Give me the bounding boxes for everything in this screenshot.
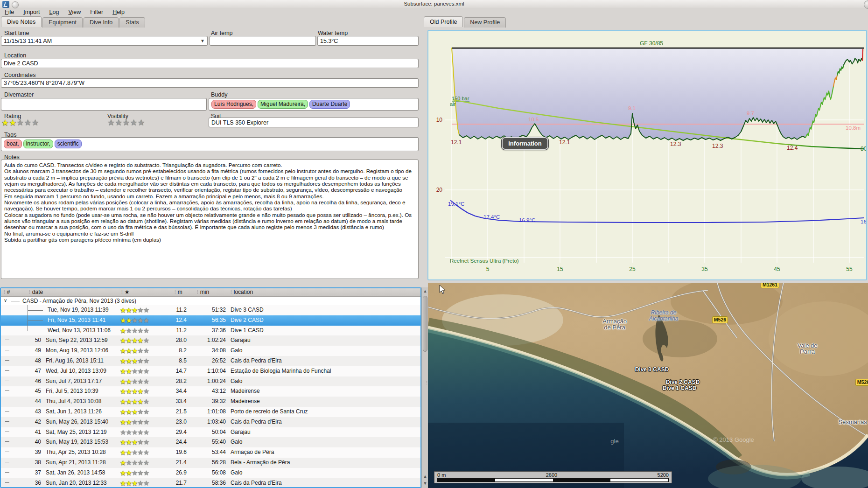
column-header-m[interactable]: m [175, 289, 182, 295]
information-button[interactable]: Information [502, 137, 548, 150]
dive-rating-stars: ★★★★★ [120, 387, 149, 396]
dive-row[interactable]: 40Sun, May 19, 2013 15:53★★★★★24.455:40G… [1, 437, 420, 447]
depth-segment-surface-tick [862, 49, 863, 60]
coordinates-field[interactable]: 37°05'23.460"N 8°20'47.879"W [1, 78, 419, 88]
column-header-num[interactable]: # [4, 289, 10, 295]
dive-list-header[interactable]: #date★mminlocation [1, 288, 420, 297]
chart-label: 10.5 [528, 117, 539, 122]
dive-duration: 56:28 [187, 459, 226, 466]
air-temp-field[interactable] [210, 36, 316, 46]
dive-date: Sun, Jan 20, 2013 12:33 [46, 480, 107, 486]
dive-date: Sat, Jan 26, 2013 14:58 [46, 469, 105, 476]
chart-label: 16.9°C [519, 217, 535, 223]
buddy-field[interactable]: Luís Rodrigues,Miguel Madureira,Duarte D… [209, 98, 419, 111]
road-badge: M1261 [761, 283, 779, 288]
menu-log[interactable]: Log [45, 8, 64, 17]
chart-label: GF 30/85 [640, 40, 663, 47]
menu-filter[interactable]: Filter [85, 8, 108, 17]
map-place-label: Sesmarias [838, 419, 867, 425]
star-filled-icon: ★ [120, 347, 126, 355]
scroll-down-icon[interactable]: ▼ [422, 480, 428, 487]
scroll-up-icon[interactable]: ▲ [422, 288, 428, 294]
chart-label: air [450, 101, 456, 107]
menu-help[interactable]: Help [108, 8, 129, 17]
chevron-down-icon[interactable]: ▼ [200, 38, 205, 43]
trip-header-row[interactable]: ∨CASD - Armação de Pêra, Nov 2013 (3 div… [1, 297, 420, 305]
dive-duration: 56:08 [187, 469, 226, 476]
tab-old-profile[interactable]: Old Profile [424, 16, 463, 27]
dive-row[interactable]: 47Wed, Jul 10, 2013 13:09★★★★★14.71:10:0… [1, 366, 420, 376]
divemaster-field[interactable] [1, 98, 207, 111]
dive-date: Sun, May 26, 2013 15:40 [46, 418, 108, 425]
dive-depth: 33.4 [162, 398, 187, 404]
start-time-combobox[interactable]: 11/15/13 11:41 AM ▼ [1, 36, 208, 46]
scale-mid: 2600 [546, 472, 557, 478]
dive-row[interactable]: 45Fri, Jul 5, 2013 10:39★★★★★34.443:12Ma… [1, 386, 420, 397]
dive-row[interactable]: 50Sun, Sep 22, 2013 12:59★★★★★28.01:02:2… [1, 335, 420, 346]
star-empty-icon: ★ [16, 118, 24, 127]
dive-duration: 1:10:04 [187, 368, 226, 374]
dive-site-map[interactable]: Ribeira de AlcantarilhaArmação de PêraVa… [428, 283, 868, 488]
star-empty-icon: ★ [137, 367, 143, 375]
splitter-handle[interactable]: ⋮ [425, 382, 427, 388]
dive-rating-stars: ★★★★★ [120, 306, 149, 314]
tab-new-profile[interactable]: New Profile [464, 17, 506, 28]
star-empty-icon: ★ [137, 438, 143, 446]
suit-field[interactable]: DUI TLS 350 Explorer [209, 118, 419, 127]
tree-dash [5, 472, 9, 473]
dive-row[interactable]: 49Mon, Aug 19, 2013 12:06★★★★★8.234:08Ga… [1, 346, 420, 356]
tab-dive-info[interactable]: Dive Info [84, 17, 119, 28]
water-temp-field[interactable]: 15.3°C [317, 36, 419, 46]
dive-location: Dive 2 CASD [231, 317, 264, 323]
tab-equipment[interactable]: Equipment [42, 17, 83, 28]
location-label: Location [4, 52, 26, 59]
dive-row[interactable]: 42Sun, May 26, 2013 15:40★★★★★23.01:03:4… [1, 417, 420, 427]
dive-date: Fri, Nov 15, 2013 11:41 [48, 317, 106, 323]
column-header-stars[interactable]: ★ [121, 289, 130, 295]
dive-row[interactable]: 38Sun, Apr 21, 2013 11:28★★★★★21.456:28B… [1, 458, 420, 468]
column-header-location[interactable]: location [231, 289, 253, 295]
column-header-min[interactable]: min [197, 289, 209, 295]
menu-import[interactable]: Import [19, 8, 44, 17]
dive-row[interactable]: 39Thu, Apr 25, 2013 10:28★★★★★19.653:44A… [1, 447, 420, 458]
dive-row-selected[interactable]: Fri, Nov 15, 2013 11:41★★★★★12.456:35Div… [1, 315, 420, 326]
dive-duration: 1:02:24 [187, 337, 226, 343]
star-filled-icon: ★ [126, 387, 131, 395]
scrollbar-thumb[interactable] [423, 296, 427, 352]
visibility-stars[interactable]: ★★★★★ [107, 119, 145, 127]
dive-row[interactable]: 37Sat, Jan 26, 2013 14:58★★★★★26.956:08G… [1, 468, 420, 478]
collapse-caret-icon[interactable]: ∨ [4, 298, 7, 303]
menu-file[interactable]: File [0, 8, 19, 17]
tab-stats[interactable]: Stats [119, 17, 145, 28]
dive-date: Thu, Jul 4, 2013 10:08 [46, 398, 101, 404]
tab-dive-notes[interactable]: Dive Notes [1, 16, 42, 27]
dive-location: Garajau [231, 429, 251, 435]
dive-depth: 28.2 [162, 378, 187, 384]
dive-location: Galo [231, 378, 242, 384]
tags-field[interactable]: boat,instructor,scientific [1, 137, 419, 151]
star-empty-icon: ★ [115, 118, 122, 127]
rating-stars[interactable]: ★★★★★ [1, 119, 39, 127]
dive-depth: 26.9 [162, 469, 187, 476]
star-filled-icon: ★ [126, 377, 131, 385]
dive-row[interactable]: 43Sat, Jun 1, 2013 11:26★★★★★21.51:01:08… [1, 407, 420, 417]
dive-row[interactable]: 46Sun, Jul 7, 2013 17:17★★★★★28.21:00:24… [1, 376, 420, 387]
chart-label: 150 bar [452, 96, 469, 101]
menu-view[interactable]: View [63, 8, 85, 17]
dive-row[interactable]: 36Sun, Jan 20, 2013 12:33★★★★★21.758:36C… [1, 478, 420, 488]
dive-row[interactable]: Wed, Nov 13, 2013 11:06★★★★★11.237:36Div… [1, 326, 420, 336]
column-header-date[interactable]: date [29, 289, 43, 295]
star-filled-icon: ★ [120, 479, 126, 487]
notes-textarea[interactable]: Aula do curso CASD. Transectos c/video e… [1, 160, 419, 279]
dive-row[interactable]: 44Thu, Jul 4, 2013 10:08★★★★★33.439:32Ma… [1, 397, 420, 407]
dive-duration: 1:00:24 [187, 378, 226, 384]
dive-row[interactable]: Tue, Nov 19, 2013 11:39★★★★★11.251:32Div… [1, 305, 420, 315]
dive-row[interactable]: 48Fri, Aug 16, 2013 15:11★★★★★8.526:52Ca… [1, 356, 420, 366]
scroll-up2-icon[interactable]: ▲ [422, 473, 428, 480]
dive-number: 39 [10, 449, 41, 455]
dive-depth: 11.2 [162, 307, 187, 313]
dive-row[interactable]: 41Sat, May 25, 2013 12:19★★★★★29.450:04G… [1, 427, 420, 438]
star-filled-icon: ★ [120, 397, 126, 405]
star-filled-icon: ★ [1, 118, 9, 127]
location-field[interactable]: Dive 2 CASD [1, 59, 419, 68]
